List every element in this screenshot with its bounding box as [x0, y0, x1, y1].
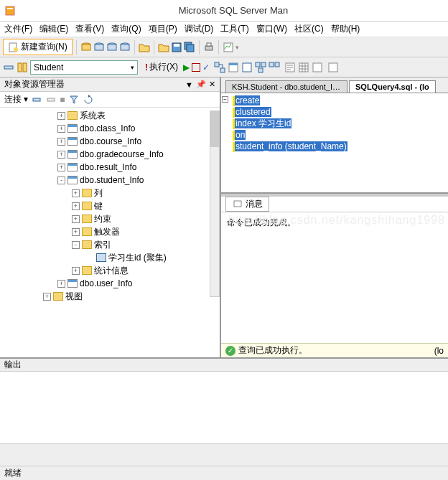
open-icon[interactable] [139, 42, 150, 53]
close-icon[interactable]: ✕ [209, 80, 215, 89]
save-icon[interactable] [171, 42, 182, 53]
menu-file[interactable]: 文件(F) [4, 23, 32, 35]
connect-button[interactable]: 连接 ▾ [4, 93, 28, 105]
table-icon [67, 279, 78, 288]
output-body[interactable] [0, 372, 448, 443]
estplan-icon[interactable] [214, 62, 225, 73]
expand-icon[interactable]: + [57, 164, 65, 171]
database-combo[interactable]: Student ▾ [30, 60, 138, 75]
svg-rect-17 [207, 43, 211, 46]
menu-community[interactable]: 社区(C) [294, 23, 324, 35]
messages-tab-label: 消息 [246, 198, 263, 210]
tree-node[interactable]: +系统表 [0, 109, 220, 122]
tree-node[interactable]: -dbo.student_Info [0, 174, 220, 187]
results-text-icon[interactable] [284, 62, 296, 73]
db-icon[interactable] [80, 42, 92, 53]
tree-node[interactable]: +约束 [0, 212, 220, 225]
tree-node[interactable]: +dbo.class_Info [0, 122, 220, 135]
menu-window[interactable]: 窗口(W) [256, 23, 287, 35]
tree-node[interactable]: -索引 [0, 238, 220, 251]
tree-node[interactable]: +统计信息 [0, 264, 220, 277]
expand-icon[interactable]: + [43, 293, 51, 301]
fold-icon[interactable]: − [222, 96, 228, 103]
execute-button[interactable]: ! 执行(X) [142, 60, 181, 74]
change-conn-icon[interactable] [3, 62, 14, 73]
expand-icon[interactable]: + [57, 138, 65, 146]
connect-icon[interactable] [31, 94, 42, 105]
tree-node[interactable]: +键 [0, 199, 220, 212]
tree-node-label: 学习生id (聚集) [108, 252, 167, 264]
expand-icon[interactable]: + [72, 267, 80, 275]
db-icon-2[interactable] [93, 42, 105, 53]
expand-icon[interactable]: + [57, 112, 65, 120]
qopts-icon[interactable] [228, 62, 239, 73]
stop-icon[interactable]: ■ [60, 95, 65, 105]
messages-tab[interactable]: 消息 [225, 197, 269, 212]
open-icon-2[interactable] [158, 42, 169, 53]
disconnect-icon[interactable] [45, 94, 57, 105]
editor-tab[interactable]: SQLQuery4.sql - (lo [349, 80, 436, 93]
parse-icon[interactable]: ✓ [202, 62, 210, 72]
intellisense-icon[interactable] [241, 62, 253, 73]
include-stats-icon[interactable] [269, 62, 280, 73]
objexp-tree[interactable]: +系统表+dbo.class_Info+dbo.course_Info+dbo.… [0, 108, 220, 357]
debug-play-icon[interactable]: ▶ [183, 62, 190, 72]
pin-icon[interactable]: 📌 [196, 80, 206, 89]
svg-rect-21 [23, 63, 27, 72]
sql-editor[interactable]: − createclusteredindex 学习生idonstudent_in… [221, 93, 448, 194]
new-query-button[interactable]: 新建查询(N) [3, 39, 73, 55]
expand-icon[interactable]: + [72, 215, 80, 223]
svg-rect-16 [205, 46, 213, 50]
expand-icon[interactable]: + [57, 125, 65, 133]
db-icon-3[interactable] [106, 42, 118, 53]
tree-node[interactable]: +列 [0, 187, 220, 199]
svg-rect-11 [121, 44, 129, 50]
expand-icon[interactable]: - [57, 177, 65, 184]
svg-rect-23 [220, 68, 225, 72]
filter-icon[interactable] [68, 94, 80, 105]
activity-icon[interactable] [223, 42, 234, 53]
tree-node-label: dbo.course_Info [80, 136, 141, 146]
menu-query[interactable]: 查询(Q) [111, 23, 141, 35]
refresh-icon[interactable] [83, 94, 94, 105]
menu-tools[interactable]: 工具(T) [220, 23, 248, 35]
scrollbar[interactable] [210, 110, 220, 297]
tree-node[interactable]: +dbo.gradecourse_Info [0, 148, 220, 161]
dropdown-icon[interactable]: ▼ [185, 80, 193, 89]
tree-node[interactable]: +视图 [0, 290, 220, 303]
db-icon-4[interactable] [119, 42, 131, 53]
results-file-icon[interactable] [312, 62, 323, 73]
tree-node[interactable]: +dbo.result_Info [0, 161, 220, 174]
tree-node[interactable]: +触发器 [0, 225, 220, 238]
expand-icon[interactable]: - [72, 241, 80, 249]
menu-help[interactable]: 帮助(H) [331, 23, 360, 35]
expand-icon[interactable]: + [72, 228, 80, 236]
tree-node[interactable]: 学习生id (聚集) [0, 251, 220, 264]
expand-icon[interactable]: + [57, 151, 65, 159]
sql-line: clustered [233, 106, 448, 118]
results-grid-icon[interactable] [298, 62, 309, 73]
dropdown-icon[interactable]: ▾ [235, 44, 239, 51]
include-plan-icon[interactable] [255, 62, 266, 73]
comment-icon[interactable] [327, 62, 339, 73]
menu-project[interactable]: 项目(P) [149, 23, 177, 35]
save-all-icon[interactable] [184, 42, 195, 53]
expand-icon[interactable]: + [57, 280, 65, 288]
tree-node[interactable]: +dbo.course_Info [0, 135, 220, 148]
stop-icon[interactable] [192, 63, 200, 72]
tree-node[interactable]: +dbo.user_Info [0, 277, 220, 290]
svg-rect-0 [6, 6, 14, 15]
messages-body[interactable]: http://blog.csdn.net/kangshihang1998 命令已… [221, 212, 448, 343]
svg-rect-30 [269, 62, 274, 67]
new-query-label: 新建查询(N) [21, 41, 67, 53]
menu-view[interactable]: 查看(V) [75, 23, 104, 35]
db-context-icon[interactable] [17, 62, 28, 73]
menu-debug[interactable]: 调试(D) [185, 23, 214, 35]
table-icon [67, 163, 78, 171]
expand-icon[interactable]: + [72, 202, 80, 210]
menu-edit[interactable]: 编辑(E) [39, 23, 68, 35]
output-header: 輸出 [0, 359, 448, 372]
editor-tab[interactable]: KSH.Student - dbo.student_Info [225, 80, 347, 93]
expand-icon[interactable]: + [72, 189, 80, 197]
print-icon[interactable] [203, 42, 215, 53]
